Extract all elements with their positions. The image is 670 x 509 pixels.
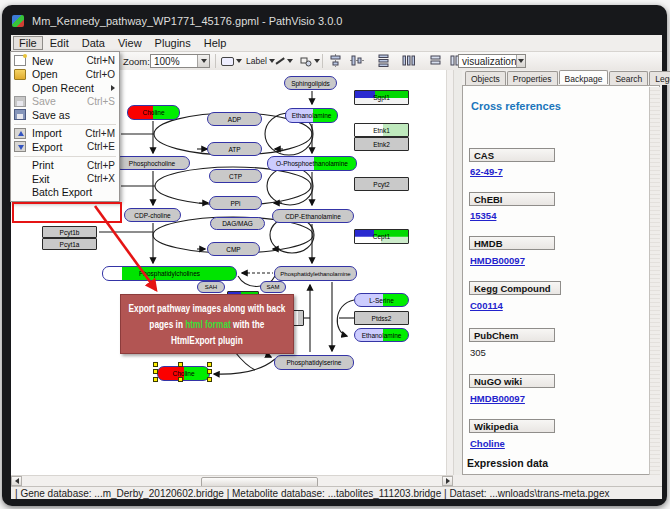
tab-legend[interactable]: Legend <box>649 71 670 85</box>
pathway-node-atp[interactable]: ATP <box>207 142 262 156</box>
pathway-node-ethanolamine-bottom[interactable]: Ethanolamine <box>354 328 409 342</box>
xref-link-kegg[interactable]: C00114 <box>470 300 503 311</box>
xref-link-nugo[interactable]: HMDB00097 <box>470 393 525 404</box>
file-menu-print[interactable]: Print Ctrl+P <box>11 159 119 173</box>
align-center-icon[interactable] <box>329 54 342 68</box>
pathway-node-pcyt1a[interactable]: Pcyt1a <box>42 238 97 250</box>
pathway-node-ctp[interactable]: CTP <box>209 169 262 183</box>
distribute-vertical-icon[interactable] <box>377 54 390 68</box>
line-tool-button[interactable] <box>273 54 295 68</box>
distribute-horizontal-icon[interactable] <box>402 54 415 68</box>
pathway-node-l-serine[interactable]: L-Serine <box>354 293 409 307</box>
shape-tool-button[interactable] <box>298 54 322 68</box>
save-disk-icon <box>14 96 26 107</box>
visualization-dropdown-icon[interactable] <box>516 55 525 67</box>
pathway-node-sam[interactable]: SAM <box>260 281 286 293</box>
file-menu-exit[interactable]: Exit Ctrl+X <box>11 172 119 186</box>
xref-header-wikipedia[interactable]: Wikipedia <box>469 419 555 433</box>
zoom-combobox[interactable]: 100% <box>150 54 210 68</box>
file-menu-export[interactable]: Export Ctrl+E <box>11 140 119 154</box>
pathway-node-adp[interactable]: ADP <box>207 112 262 126</box>
file-menu-open[interactable]: Open Ctrl+O <box>11 68 119 82</box>
pathway-node-o-phosphoethanolamine[interactable]: O-Phosphoethanolamine <box>267 156 357 171</box>
file-menu-save[interactable]: Save Ctrl+S <box>11 95 119 109</box>
pathway-node-choline-selected[interactable]: Choline <box>157 366 210 381</box>
line-dropdown-icon[interactable] <box>287 59 293 63</box>
xref-header-pubchem[interactable]: PubChem <box>469 328 555 342</box>
pathway-node-phosphatidylserine[interactable]: Phosphatidylserine <box>274 355 354 370</box>
tab-search[interactable]: Search <box>609 71 648 85</box>
file-menu-batch-export[interactable]: Batch Export <box>11 186 119 200</box>
pathway-node-cdp-ethanolamine[interactable]: CDP-Ethanolamine <box>272 209 354 223</box>
menu-data[interactable]: Data <box>76 36 111 50</box>
xref-header-hmdb[interactable]: HMDB <box>469 236 555 250</box>
xref-link-wikipedia[interactable]: Choline <box>470 438 505 449</box>
pathway-node-ethanolamine-top[interactable]: Ethanolamine <box>285 108 338 123</box>
file-menu-save-as[interactable]: Save as <box>11 108 119 122</box>
open-folder-icon <box>14 69 26 80</box>
xref-header-nugo[interactable]: NuGO wiki <box>469 374 555 388</box>
pathway-node-dag-mag[interactable]: DAG/MAG <box>210 217 265 230</box>
pathway-node-sah[interactable]: SAH <box>197 281 225 293</box>
pathway-node-phosphocholine[interactable]: Phosphocholine <box>114 156 190 170</box>
pathway-node-ppi[interactable]: PPi <box>209 196 262 210</box>
pathway-node-etnk2[interactable]: Etnk2 <box>354 137 409 151</box>
pathway-node-sgpl1[interactable]: Sgpl1 <box>354 90 409 105</box>
selection-handle[interactable] <box>207 377 212 382</box>
sidebar-vertical-scrollbar[interactable] <box>649 87 660 475</box>
selection-handle[interactable] <box>207 362 212 367</box>
datanode-tool-button[interactable] <box>219 54 244 68</box>
status-bar: | Gene database: ...m_Derby_20120602.bri… <box>11 486 662 499</box>
menu-plugins[interactable]: Plugins <box>149 36 197 50</box>
export-icon <box>14 141 26 152</box>
zoom-dropdown-icon[interactable] <box>197 55 209 67</box>
stack-vertical-icon[interactable] <box>429 54 442 68</box>
menu-file[interactable]: File <box>13 36 43 50</box>
xref-header-cas[interactable]: CAS <box>469 148 555 162</box>
selection-handle[interactable] <box>178 362 183 367</box>
panel-splitter[interactable] <box>453 70 462 475</box>
pathway-node-cmp[interactable]: CMP <box>207 242 260 256</box>
tab-backpage[interactable]: Backpage <box>559 70 609 84</box>
xref-header-kegg[interactable]: Kegg Compound <box>469 281 561 295</box>
window-title: Mm_Kennedy_pathway_WP1771_45176.gpml - P… <box>32 15 342 27</box>
xref-header-chebi[interactable]: ChEBI <box>469 192 555 206</box>
align-middle-icon[interactable] <box>350 54 364 68</box>
pathway-node-cept1[interactable]: Cept1 <box>354 229 409 244</box>
selection-handle[interactable] <box>153 369 158 374</box>
xref-link-chebi[interactable]: 15354 <box>470 210 496 221</box>
pathway-node-pcyt1b[interactable]: Pcyt1b <box>42 226 97 238</box>
selection-handle[interactable] <box>153 377 158 382</box>
menu-edit[interactable]: Edit <box>44 36 75 50</box>
tab-objects[interactable]: Objects <box>465 71 506 85</box>
tab-properties[interactable]: Properties <box>507 71 558 85</box>
shape-dropdown-icon[interactable] <box>314 59 320 63</box>
pathvisio-window: Mm_Kennedy_pathway_WP1771_45176.gpml - P… <box>0 0 670 509</box>
pathway-node-sphingolipids[interactable]: Sphingolipids <box>284 76 337 90</box>
menu-help[interactable]: Help <box>198 36 233 50</box>
annotation-callout: Export pathway images along with back pa… <box>120 294 294 354</box>
file-menu-open-recent[interactable]: Open Recent <box>11 81 119 95</box>
pathway-node-cdp-choline[interactable]: CDP-choline <box>124 208 181 222</box>
pathway-node-phosphatidylcholines[interactable]: Phosphatidylcholines <box>102 266 237 281</box>
label-tool-button[interactable]: Label <box>244 54 277 68</box>
xref-link-cas[interactable]: 62-49-7 <box>470 166 503 177</box>
selection-handle[interactable] <box>178 377 183 382</box>
scroll-right-button[interactable] <box>442 476 453 486</box>
pathway-node-ptdss2[interactable]: Ptdss2 <box>354 311 409 325</box>
pathway-node-phosphatidylethanolamine[interactable]: Phosphatidylethanolamine <box>274 266 357 281</box>
canvas-vertical-scrollbar[interactable] <box>446 70 453 475</box>
canvas-horizontal-scrollbar[interactable] <box>11 475 453 486</box>
file-menu-new[interactable]: New Ctrl+N <box>11 54 119 68</box>
selection-handle[interactable] <box>153 362 158 367</box>
pathway-node-pcyt2[interactable]: Pcyt2 <box>354 177 409 191</box>
pathway-node-etnk1[interactable]: Etnk1 <box>354 123 409 137</box>
scroll-left-button[interactable] <box>11 476 22 486</box>
file-menu-import[interactable]: Import Ctrl+M <box>11 127 119 141</box>
datanode-dropdown-icon[interactable] <box>236 59 242 63</box>
visualization-combobox[interactable]: visualization <box>458 54 526 68</box>
menu-view[interactable]: View <box>112 36 148 50</box>
pathway-node-choline-top[interactable]: Choline <box>127 105 180 120</box>
xref-link-hmdb[interactable]: HMDB00097 <box>470 255 525 266</box>
selection-handle[interactable] <box>207 369 212 374</box>
